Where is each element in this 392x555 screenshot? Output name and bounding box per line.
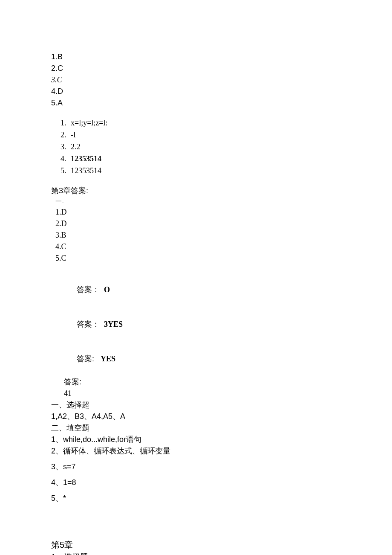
section-fill-title: 二、埴空题	[51, 422, 341, 434]
list-item: -I	[68, 129, 341, 141]
answer-value: 41	[64, 388, 341, 399]
fill-line: 5、*	[51, 493, 341, 504]
answer-row: 答案： 3YES	[64, 307, 341, 342]
list-text: 12353514	[71, 166, 101, 175]
list-item: x=l;y=l;z=l:	[68, 117, 341, 129]
list-text: x=l;y=l;z=l:	[71, 119, 107, 127]
answer-row: 答案:	[64, 376, 341, 388]
answer-line: 1.D	[55, 206, 341, 218]
dash-line: 一-	[51, 197, 341, 206]
answer-row: 答案： O	[64, 273, 341, 307]
answer-value: O	[104, 285, 110, 294]
ch5-section: 1、选择题	[51, 551, 341, 555]
list-text: 2.2	[71, 142, 81, 151]
chapter5-title: 第5章	[51, 538, 341, 551]
document-page: 1.B 2.C 3.C 4.D 5.A x=l;y=l;z=l: -I 2.2 …	[0, 0, 392, 555]
list-item: 2.2	[68, 141, 341, 153]
choice-answers: 1,A2、B3、A4,A5、A	[51, 411, 341, 422]
answer-label: 答案:	[77, 355, 94, 363]
list-text: 12353514	[71, 154, 101, 163]
answer-block: 答案： O 答案： 3YES 答案: YES 答案: 41	[51, 273, 341, 399]
fill-line: 1、while,do...while,for语句	[51, 434, 341, 445]
chapter3-answers: 1.D 2.D 3.B 4.C 5.C	[51, 206, 341, 264]
answer-line: 2.D	[55, 218, 341, 230]
answer-label: 答案：	[77, 285, 100, 294]
list-item: 12353514	[68, 165, 341, 177]
answer-line: 1.B	[51, 51, 341, 63]
answer-line: 4.D	[51, 86, 341, 97]
section-choice-title: 一、选择超	[51, 399, 341, 411]
fill-line: 2、循环体、循环表达式、循环变量	[51, 445, 341, 457]
answer-line: 5.A	[51, 97, 341, 109]
fill-line: 4、1=8	[51, 477, 341, 488]
numbered-list: x=l;y=l;z=l: -I 2.2 12353514 12353514	[51, 117, 341, 177]
answer-value: 3YES	[104, 320, 123, 328]
fill-line: 3、s=7	[51, 461, 341, 473]
answer-row: 答案: YES	[64, 342, 341, 376]
block-letter-answers: 1.B 2.C 3.C 4.D 5.A	[51, 51, 341, 109]
answer-line: 3.B	[55, 230, 341, 241]
answer-line: 4.C	[55, 241, 341, 253]
answer-line: 3.C	[51, 74, 341, 86]
answer-value: YES	[101, 355, 115, 363]
list-item: 12353514	[68, 153, 341, 165]
answer-line: 5.C	[55, 253, 341, 264]
chapter3-title: 第3章答案:	[51, 185, 341, 197]
list-text: -I	[71, 131, 76, 139]
answer-label: 答案：	[77, 320, 100, 328]
answer-line: 2.C	[51, 63, 341, 74]
